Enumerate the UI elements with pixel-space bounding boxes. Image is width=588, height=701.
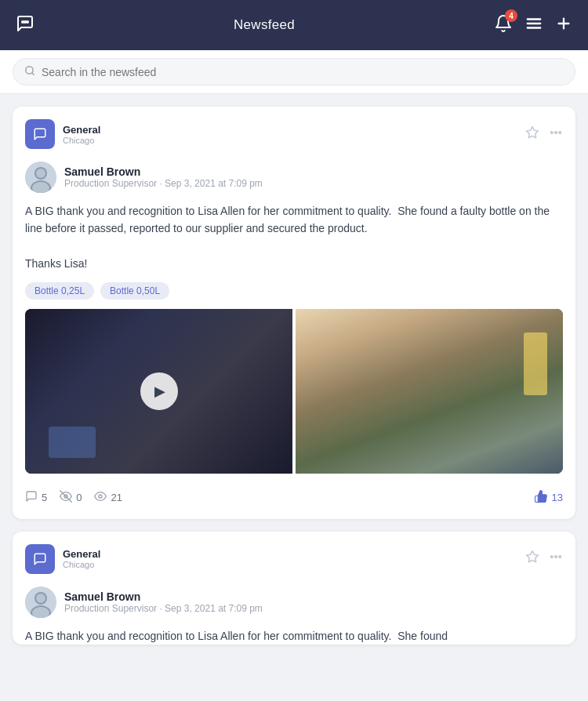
post-card-2: General Chicago [13, 532, 575, 645]
post-author-1: Samuel Brown Production Supervisor · Sep… [25, 162, 563, 193]
star-button-1[interactable] [525, 125, 539, 143]
post-author-2: Samuel Brown Production Supervisor · Sep… [25, 587, 563, 618]
comment-number-1: 5 [42, 492, 47, 503]
card-actions-1 [525, 125, 563, 143]
play-icon-1: ▶ [154, 383, 165, 400]
author-name-1: Samuel Brown [64, 165, 263, 178]
search-input[interactable] [42, 66, 564, 78]
views-count-1[interactable]: 21 [94, 490, 122, 505]
channel-icon-2 [25, 544, 55, 574]
engagement-bar-1: 5 0 [25, 483, 563, 507]
svg-point-24 [555, 556, 557, 558]
channel-name-1: General [63, 124, 100, 136]
header-right: 4 [494, 14, 572, 36]
author-meta-1: Production Supervisor · Sep 3, 2021 at 7… [64, 178, 263, 189]
comment-count-1[interactable]: 5 [25, 490, 47, 505]
avatar-svg-2 [25, 587, 56, 618]
card-header-2: General Chicago [25, 544, 563, 574]
add-icon[interactable] [555, 15, 572, 36]
channel-icon-1 [25, 119, 55, 149]
author-name-2: Samuel Brown [64, 590, 263, 603]
page-title: Newsfeed [234, 17, 295, 33]
star-button-2[interactable] [525, 550, 539, 568]
more-button-1[interactable] [549, 125, 563, 143]
avatar-2 [25, 587, 56, 618]
views-icon-1 [94, 490, 107, 505]
svg-point-12 [555, 131, 557, 133]
svg-point-0 [22, 21, 24, 23]
search-container [0, 50, 588, 94]
notification-count: 4 [505, 9, 517, 22]
post-content-2: A BIG thank you and recognition to Lisa … [25, 627, 563, 645]
views-hidden-count-1[interactable]: 0 [60, 490, 82, 505]
media-grid-1: ▶ [25, 309, 563, 474]
content-area: General Chicago [0, 94, 588, 657]
tag-bottle-050[interactable]: Bottle 0,50L [100, 282, 169, 300]
author-meta-2: Production Supervisor · Sep 3, 2021 at 7… [64, 603, 263, 614]
more-button-2[interactable] [549, 550, 563, 568]
like-count-1: 13 [552, 492, 563, 503]
chat-icon[interactable] [16, 14, 34, 37]
card-actions-2 [525, 550, 563, 568]
author-info-2: Samuel Brown Production Supervisor · Sep… [64, 590, 263, 614]
channel-info-2: General Chicago [25, 544, 100, 574]
svg-point-13 [559, 131, 561, 133]
eye-icon-1 [60, 490, 72, 505]
thumbs-up-icon-1 [534, 489, 548, 507]
svg-line-9 [32, 73, 34, 75]
svg-point-2 [27, 21, 28, 23]
header-left [16, 14, 34, 37]
svg-point-25 [559, 556, 561, 558]
tag-bottle-025[interactable]: Bottle 0,25L [25, 282, 94, 300]
post-card-1: General Chicago [13, 107, 575, 519]
svg-marker-10 [527, 126, 539, 137]
svg-point-29 [36, 594, 45, 603]
card-header-1: General Chicago [25, 119, 563, 149]
comment-icon-1 [25, 490, 38, 505]
channel-name-2: General [63, 548, 100, 560]
header: Newsfeed 4 [0, 0, 588, 50]
post-content-1: A BIG thank you and recognition to Lisa … [25, 202, 563, 273]
search-icon [24, 65, 35, 78]
media-video-1[interactable]: ▶ [25, 309, 292, 474]
svg-point-21 [99, 495, 102, 498]
svg-marker-22 [527, 551, 539, 562]
channel-info-1: General Chicago [25, 119, 100, 149]
views-hidden-number-1: 0 [76, 492, 82, 503]
svg-point-11 [551, 131, 553, 133]
author-info-1: Samuel Brown Production Supervisor · Sep… [64, 165, 263, 189]
engagement-left-1: 5 0 [25, 490, 122, 505]
play-button-1[interactable]: ▶ [140, 372, 178, 410]
tags-1: Bottle 0,25L Bottle 0,50L [25, 282, 563, 300]
channel-text-1: General Chicago [63, 124, 100, 145]
svg-point-1 [24, 21, 26, 23]
like-button-1[interactable]: 13 [534, 489, 563, 507]
svg-point-17 [36, 169, 45, 178]
avatar-svg-1 [25, 162, 56, 193]
factory-image-1 [296, 309, 563, 474]
channel-text-2: General Chicago [63, 548, 100, 569]
svg-point-23 [551, 556, 553, 558]
video-overlay-1: ▶ [25, 309, 292, 474]
avatar-1 [25, 162, 56, 193]
filter-icon[interactable] [525, 15, 543, 36]
media-image-1[interactable] [296, 309, 563, 474]
views-number-1: 21 [111, 492, 122, 503]
channel-location-2: Chicago [63, 560, 100, 569]
search-bar[interactable] [13, 58, 575, 85]
channel-location-1: Chicago [63, 136, 100, 145]
notification-bell[interactable]: 4 [494, 14, 513, 36]
